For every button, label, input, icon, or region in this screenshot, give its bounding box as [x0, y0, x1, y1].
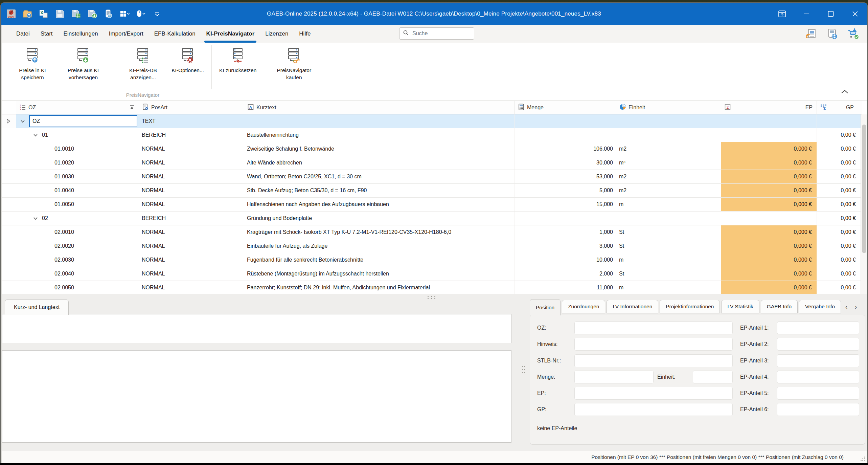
tab-scroll-right-icon[interactable]: ›: [852, 300, 860, 313]
ep-anteil-6-input[interactable]: [777, 403, 859, 416]
ribbon-button-preisnavigator-kaufen[interactable]: PreisNavigator kaufen: [270, 45, 318, 90]
ep-anteil-4-input[interactable]: [777, 371, 859, 383]
close-button[interactable]: [843, 3, 867, 25]
manual-icon[interactable]: [826, 28, 838, 40]
ep-anteil-5-input[interactable]: [777, 387, 859, 400]
status-bar: Positionen (mit EP 0 von 36) *** Positio…: [1, 451, 867, 463]
mouse-settings-icon[interactable]: [136, 9, 146, 19]
grid-row-02-0020[interactable]: 02.0020NORMALEinbauteile für Aufzug, als…: [1, 239, 862, 253]
tab-zuordnungen[interactable]: Zuordnungen: [562, 300, 605, 313]
grid-row-01-0050[interactable]: 01.0050NORMALHalfenschienen nach Angaben…: [1, 198, 862, 212]
ep-anteil-3-input[interactable]: [777, 354, 859, 367]
column-header-oz[interactable]: 123 OZ: [16, 101, 139, 114]
mobile-view-icon[interactable]: [104, 9, 114, 19]
save-calc-icon[interactable]: [71, 9, 81, 19]
ribbon-button-ki-optionen[interactable]: KI-Optionen...: [169, 45, 206, 90]
ribbon-tab-ki-preisnavigator[interactable]: KI-PreisNavigator: [201, 25, 260, 43]
ribbon-button-ki-preis-db-anzeigen[interactable]: KI-Preis-DB anzeigen...: [119, 45, 167, 90]
tab-vergabe-info[interactable]: Vergabe Info: [799, 300, 841, 313]
cell-kurztext: Rüstebene (Montagerüstung) im Aufzugssch…: [244, 267, 515, 281]
column-header-gp[interactable]: Σ GP: [817, 101, 862, 114]
column-header-ep[interactable]: Σ EP: [721, 101, 817, 114]
resize-grip[interactable]: [861, 457, 865, 461]
chevron-down-icon[interactable]: [31, 216, 40, 221]
grid-row-02-0050[interactable]: 02.0050NORMALPanzerrohr; Kunststoff; DN …: [1, 281, 862, 294]
ribbon-tab-hilfe[interactable]: Hilfe: [294, 25, 316, 43]
news-icon[interactable]: [805, 28, 817, 40]
maximize-button[interactable]: [819, 3, 843, 25]
bottom-panels: Kurz- und Langtext PositionZuordnungenLV…: [1, 300, 867, 451]
tab-lv-statistik[interactable]: LV Statistik: [721, 300, 759, 313]
tab-scroll-left-icon[interactable]: ‹: [842, 300, 850, 313]
kurztext-textarea[interactable]: [2, 314, 511, 343]
splitter-handle[interactable]: [428, 296, 436, 298]
sort-indicator-icon[interactable]: [129, 104, 135, 112]
cell-ep: 0,000 €: [721, 156, 817, 170]
ribbon-button-ki-zurücksetzen[interactable]: KI zurücksetzen: [217, 45, 258, 90]
ribbon-tab-start[interactable]: Start: [35, 25, 58, 43]
ep-input[interactable]: [574, 387, 733, 400]
save-export-icon[interactable]: [87, 9, 97, 19]
server-list-icon: [135, 47, 151, 64]
grid-row-01-0040[interactable]: 01.0040NORMALStb. Decke Aufzug; Beton C3…: [1, 184, 862, 198]
toolbar-more-icon[interactable]: [152, 9, 162, 19]
menge-input[interactable]: [574, 371, 654, 383]
tab-projektinformationen[interactable]: Projektinformationen: [660, 300, 720, 313]
ribbon-tab-import-export[interactable]: Import/Export: [104, 25, 149, 43]
ribbon-tab-einstellungen[interactable]: Einstellungen: [58, 25, 104, 43]
grid-menu-icon[interactable]: [120, 9, 130, 19]
oz-edit-input[interactable]: OZ: [29, 115, 137, 127]
ribbon-button-preise-in-ki-speichern[interactable]: Preise in KI speichern: [8, 45, 57, 90]
stlb-nr-input[interactable]: [574, 354, 733, 367]
tab-position[interactable]: Position: [530, 299, 561, 315]
row-indicator: [1, 198, 16, 211]
column-header-menge[interactable]: Menge: [515, 101, 616, 114]
grid-row-02-0040[interactable]: 02.0040NORMALRüstebene (Montagerüstung) …: [1, 267, 862, 281]
grid-row-01-0030[interactable]: 01.0030NORMALWand, Ortbeton; Beton C20/2…: [1, 170, 862, 184]
grid-row-02-0030[interactable]: 02.0030NORMALFugenband für alle senkrech…: [1, 253, 862, 267]
grid-row-02[interactable]: 02BEREICHGründung und Bodenplatte0,00 €: [1, 212, 862, 225]
ribbon-button-preise-aus-ki-vorhersagen[interactable]: Preise aus KI vorhersagen: [59, 45, 108, 90]
collapse-ribbon-icon[interactable]: [840, 88, 850, 96]
cell-kurztext: Einbauteile für Aufzug, als Zulage: [244, 239, 515, 253]
oz-value: 02.0050: [16, 285, 74, 291]
column-header-einheit[interactable]: Einheit: [616, 101, 721, 114]
column-header-kurztext[interactable]: A Kurztext: [244, 101, 515, 114]
langtext-textarea[interactable]: [2, 350, 511, 443]
tab-lv-informationen[interactable]: LV Informationen: [607, 300, 658, 313]
row-indicator: [1, 128, 16, 142]
grid-row-01[interactable]: 01BEREICHBaustelleneinrichtung0,00 €: [1, 128, 862, 142]
ep-anteil-1-input[interactable]: [777, 322, 859, 334]
grid-row-01-0020[interactable]: 01.0020NORMALAlte Wände abbrechen30,000m…: [1, 156, 862, 170]
open-file-icon[interactable]: [22, 9, 32, 19]
einheit-input[interactable]: [693, 371, 733, 383]
grid-row-oz[interactable]: OZTEXT: [1, 114, 862, 128]
minimize-button[interactable]: [794, 3, 819, 25]
tab-gaeb-info[interactable]: GAEB Info: [761, 300, 798, 313]
excel-import-icon[interactable]: X: [39, 9, 49, 19]
gp-input[interactable]: [574, 403, 733, 416]
search-input[interactable]: [412, 30, 464, 37]
grid-row-01-0010[interactable]: 01.0010NORMALZweiseitige Schalung f. Bet…: [1, 142, 862, 156]
vertical-scrollbar[interactable]: [861, 114, 867, 294]
chevron-down-icon[interactable]: [31, 132, 40, 138]
search-box[interactable]: [399, 27, 474, 40]
field-label: GP:: [537, 403, 547, 416]
grid-row-02-0010[interactable]: 02.0010NORMALKragträger mit Schöck- Isok…: [1, 225, 862, 239]
tab-kurz-und-langtext[interactable]: Kurz- und Langtext: [5, 300, 69, 315]
row-indicator: [1, 184, 16, 197]
app-logo-icon[interactable]: 2025: [6, 9, 16, 19]
ribbon-display-options-icon[interactable]: [770, 3, 794, 25]
ribbon-tab-efb-kalkulation[interactable]: EFB-Kalkulation: [149, 25, 201, 43]
ribbon-tab-lizenzen[interactable]: Lizenzen: [260, 25, 294, 43]
hinweis-input[interactable]: [574, 338, 733, 351]
ribbon-tab-datei[interactable]: Datei: [11, 25, 35, 43]
chevron-down-icon[interactable]: [18, 118, 27, 124]
vertical-splitter-handle[interactable]: [522, 366, 525, 376]
save-icon[interactable]: [55, 9, 65, 19]
column-header-posart[interactable]: PosArt: [139, 101, 244, 114]
scrollbar-thumb[interactable]: [862, 125, 866, 253]
ep-anteil-2-input[interactable]: [777, 338, 859, 351]
oz-input[interactable]: [574, 322, 733, 334]
buy-icon[interactable]: [847, 28, 859, 40]
